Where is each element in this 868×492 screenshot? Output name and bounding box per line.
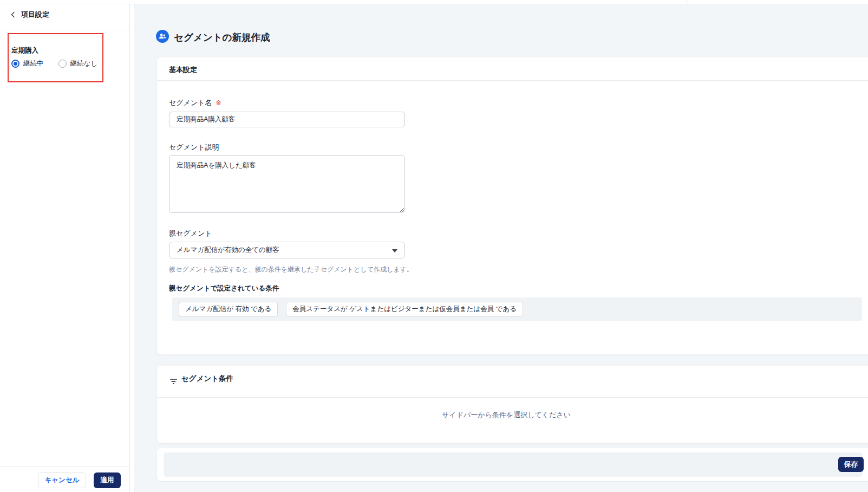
radio-option-not-continuing[interactable]: 継続なし	[58, 59, 98, 68]
filter-icon	[169, 377, 178, 387]
parent-condition-chip: 会員ステータスが ゲストまたはビジターまたは仮会員または会員 である	[286, 302, 523, 316]
parent-conditions-band: メルマガ配信が 有効 である 会員ステータスが ゲストまたはビジターまたは仮会員…	[172, 297, 862, 321]
top-bar-divider	[687, 0, 687, 4]
chevron-left-icon	[10, 11, 16, 18]
segment-conditions-card: セグメント条件 サイドバーから条件を選択してください	[157, 366, 868, 443]
parent-conditions-label: 親セグメントで設定されている条件	[169, 284, 279, 293]
caret-down-icon	[392, 249, 397, 253]
segment-conditions-title: セグメント条件	[181, 374, 233, 384]
radio-label: 継続中	[23, 59, 44, 68]
segment-name-label: セグメント名※	[169, 98, 221, 108]
parent-segment-select[interactable]: メルマガ配信が有効の全ての顧客	[169, 242, 405, 258]
subscription-highlight-box: 定期購入 継続中 継続なし	[8, 33, 103, 82]
radio-selected-icon[interactable]	[11, 60, 19, 68]
action-bar-track	[164, 452, 863, 477]
required-mark: ※	[216, 99, 221, 107]
radio-unselected-icon[interactable]	[58, 60, 67, 68]
basic-settings-card: 基本設定 セグメント名※ セグメント説明 定期商品Aを購入した顧客 親セグメント…	[157, 57, 868, 354]
basic-settings-title: 基本設定	[169, 65, 197, 75]
parent-segment-helper-text: 親セグメントを設定すると、親の条件を継承した子セグメントとして作成します。	[169, 265, 413, 274]
segment-description-textarea[interactable]: 定期商品Aを購入した顧客	[169, 155, 405, 213]
card-header-divider	[157, 80, 868, 81]
cancel-button[interactable]: キャンセル	[38, 472, 86, 488]
sidebar-divider	[0, 30, 129, 30]
subscription-field-label: 定期購入	[11, 46, 38, 55]
segment-name-input[interactable]	[169, 112, 405, 127]
conditions-empty-message: サイドバーから条件を選択してください	[157, 410, 856, 420]
subscription-radio-group: 継続中 継続なし	[11, 59, 97, 68]
back-label: 項目設定	[21, 10, 49, 20]
back-to-item-settings[interactable]: 項目設定	[10, 10, 49, 20]
segment-description-label: セグメント説明	[169, 143, 219, 152]
parent-condition-chip: メルマガ配信が 有効 である	[179, 302, 278, 316]
bottom-action-bar: 保存	[157, 448, 868, 481]
parent-segment-label: 親セグメント	[169, 229, 212, 238]
users-icon	[156, 30, 169, 43]
radio-option-continuing[interactable]: 継続中	[11, 59, 44, 68]
top-bar	[0, 0, 868, 4]
parent-segment-selected-value: メルマガ配信が有効の全ての顧客	[177, 245, 279, 255]
card-header-divider	[157, 397, 868, 398]
sidebar: 項目設定 定期購入 継続中 継続なし キャンセル 適用	[0, 0, 130, 492]
page-title: セグメントの新規作成	[174, 31, 270, 44]
save-button[interactable]: 保存	[838, 457, 864, 472]
sidebar-footer-divider	[0, 466, 129, 467]
radio-label: 継続なし	[70, 59, 98, 68]
apply-button[interactable]: 適用	[94, 472, 121, 488]
